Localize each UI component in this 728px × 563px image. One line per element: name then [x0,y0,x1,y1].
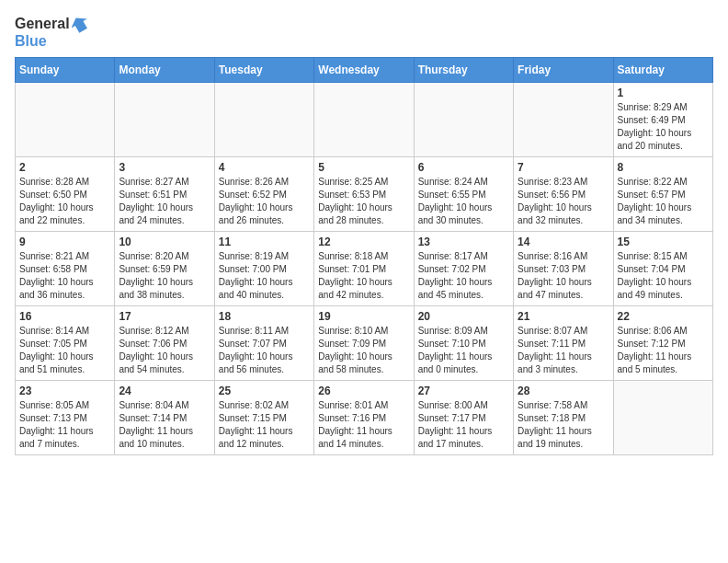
day-of-week-header: Sunday [16,58,115,83]
day-of-week-header: Tuesday [214,58,313,83]
day-info: Sunrise: 8:07 AM Sunset: 7:11 PM Dayligh… [518,325,609,376]
day-of-week-header: Saturday [613,58,712,83]
header-row: SundayMondayTuesdayWednesdayThursdayFrid… [16,58,713,83]
calendar-week-row: 16Sunrise: 8:14 AM Sunset: 7:05 PM Dayli… [16,306,713,381]
page-header: General Blue [15,15,713,50]
calendar-cell: 20Sunrise: 8:09 AM Sunset: 7:10 PM Dayli… [414,306,513,381]
calendar-cell: 9Sunrise: 8:21 AM Sunset: 6:58 PM Daylig… [16,232,115,306]
calendar-cell: 12Sunrise: 8:18 AM Sunset: 7:01 PM Dayli… [314,232,414,306]
calendar-cell: 24Sunrise: 8:04 AM Sunset: 7:14 PM Dayli… [115,381,214,455]
day-info: Sunrise: 8:00 AM Sunset: 7:17 PM Dayligh… [418,399,509,451]
day-number: 16 [19,310,110,323]
day-info: Sunrise: 8:29 AM Sunset: 6:49 PM Dayligh… [618,101,709,153]
day-info: Sunrise: 8:11 AM Sunset: 7:07 PM Dayligh… [219,325,310,376]
day-number: 10 [119,236,210,248]
day-number: 20 [418,310,509,323]
calendar-week-row: 23Sunrise: 8:05 AM Sunset: 7:13 PM Dayli… [16,381,713,455]
day-number: 5 [318,161,409,174]
logo-text-blue: Blue [15,33,47,50]
day-info: Sunrise: 8:23 AM Sunset: 6:56 PM Dayligh… [518,176,609,227]
day-info: Sunrise: 8:19 AM Sunset: 7:00 PM Dayligh… [219,250,310,302]
calendar-cell: 18Sunrise: 8:11 AM Sunset: 7:07 PM Dayli… [214,306,313,381]
day-number: 26 [318,385,409,397]
logo-text-general: General [15,16,70,32]
calendar-cell: 21Sunrise: 8:07 AM Sunset: 7:11 PM Dayli… [514,306,613,381]
day-info: Sunrise: 8:26 AM Sunset: 6:52 PM Dayligh… [219,176,310,227]
calendar-cell: 17Sunrise: 8:12 AM Sunset: 7:06 PM Dayli… [115,306,214,381]
day-info: Sunrise: 8:17 AM Sunset: 7:02 PM Dayligh… [418,250,509,302]
day-number: 18 [219,310,310,323]
day-info: Sunrise: 8:16 AM Sunset: 7:03 PM Dayligh… [518,250,609,302]
calendar-cell: 1Sunrise: 8:29 AM Sunset: 6:49 PM Daylig… [613,83,712,157]
day-number: 6 [418,161,509,174]
day-info: Sunrise: 8:01 AM Sunset: 7:16 PM Dayligh… [318,399,409,451]
calendar-cell: 10Sunrise: 8:20 AM Sunset: 6:59 PM Dayli… [115,232,214,306]
day-info: Sunrise: 8:05 AM Sunset: 7:13 PM Dayligh… [19,399,110,451]
calendar-cell: 14Sunrise: 8:16 AM Sunset: 7:03 PM Dayli… [514,232,613,306]
day-number: 12 [318,236,409,248]
day-info: Sunrise: 8:21 AM Sunset: 6:58 PM Dayligh… [19,250,110,302]
calendar-cell: 26Sunrise: 8:01 AM Sunset: 7:16 PM Dayli… [314,381,414,455]
day-info: Sunrise: 8:09 AM Sunset: 7:10 PM Dayligh… [418,325,509,376]
calendar-cell: 23Sunrise: 8:05 AM Sunset: 7:13 PM Dayli… [16,381,115,455]
day-info: Sunrise: 8:28 AM Sunset: 6:50 PM Dayligh… [19,176,110,227]
calendar-week-row: 9Sunrise: 8:21 AM Sunset: 6:58 PM Daylig… [16,232,713,306]
day-info: Sunrise: 8:18 AM Sunset: 7:01 PM Dayligh… [318,250,409,302]
day-info: Sunrise: 8:27 AM Sunset: 6:51 PM Dayligh… [119,176,210,227]
day-of-week-header: Wednesday [314,58,414,83]
day-number: 21 [518,310,609,323]
day-number: 19 [318,310,409,323]
day-of-week-header: Thursday [414,58,513,83]
day-number: 7 [518,161,609,174]
day-info: Sunrise: 8:15 AM Sunset: 7:04 PM Dayligh… [618,250,709,302]
calendar-week-row: 1Sunrise: 8:29 AM Sunset: 6:49 PM Daylig… [16,83,713,157]
calendar-header: SundayMondayTuesdayWednesdayThursdayFrid… [16,58,713,83]
day-number: 25 [219,385,310,397]
calendar-cell: 22Sunrise: 8:06 AM Sunset: 7:12 PM Dayli… [613,306,712,381]
calendar-cell: 5Sunrise: 8:25 AM Sunset: 6:53 PM Daylig… [314,157,414,232]
day-number: 2 [19,161,110,174]
day-info: Sunrise: 8:24 AM Sunset: 6:55 PM Dayligh… [418,176,509,227]
calendar-cell [613,381,712,455]
calendar-cell [414,83,513,157]
calendar-cell: 13Sunrise: 8:17 AM Sunset: 7:02 PM Dayli… [414,232,513,306]
calendar-cell: 25Sunrise: 8:02 AM Sunset: 7:15 PM Dayli… [214,381,313,455]
day-info: Sunrise: 8:10 AM Sunset: 7:09 PM Dayligh… [318,325,409,376]
day-number: 22 [618,310,709,323]
calendar-cell [115,83,214,157]
day-number: 28 [518,385,609,397]
calendar-cell: 6Sunrise: 8:24 AM Sunset: 6:55 PM Daylig… [414,157,513,232]
calendar-cell: 4Sunrise: 8:26 AM Sunset: 6:52 PM Daylig… [214,157,313,232]
day-number: 8 [618,161,709,174]
calendar-cell: 27Sunrise: 8:00 AM Sunset: 7:17 PM Dayli… [414,381,513,455]
day-of-week-header: Monday [115,58,214,83]
day-number: 17 [119,310,210,323]
day-number: 15 [618,236,709,248]
day-number: 23 [19,385,110,397]
calendar-week-row: 2Sunrise: 8:28 AM Sunset: 6:50 PM Daylig… [16,157,713,232]
day-info: Sunrise: 8:20 AM Sunset: 6:59 PM Dayligh… [119,250,210,302]
day-of-week-header: Friday [514,58,613,83]
calendar-cell: 28Sunrise: 7:58 AM Sunset: 7:18 PM Dayli… [514,381,613,455]
day-info: Sunrise: 8:06 AM Sunset: 7:12 PM Dayligh… [618,325,709,376]
day-number: 13 [418,236,509,248]
calendar-cell: 19Sunrise: 8:10 AM Sunset: 7:09 PM Dayli… [314,306,414,381]
day-number: 24 [119,385,210,397]
day-info: Sunrise: 8:14 AM Sunset: 7:05 PM Dayligh… [19,325,110,376]
day-info: Sunrise: 8:22 AM Sunset: 6:57 PM Dayligh… [618,176,709,227]
calendar-cell [214,83,313,157]
day-number: 14 [518,236,609,248]
day-number: 9 [19,236,110,248]
day-number: 11 [219,236,310,248]
day-number: 1 [618,86,709,99]
day-number: 4 [219,161,310,174]
calendar-cell: 15Sunrise: 8:15 AM Sunset: 7:04 PM Dayli… [613,232,712,306]
day-info: Sunrise: 8:12 AM Sunset: 7:06 PM Dayligh… [119,325,210,376]
calendar-cell: 11Sunrise: 8:19 AM Sunset: 7:00 PM Dayli… [214,232,313,306]
calendar-cell: 2Sunrise: 8:28 AM Sunset: 6:50 PM Daylig… [16,157,115,232]
calendar-cell: 8Sunrise: 8:22 AM Sunset: 6:57 PM Daylig… [613,157,712,232]
day-number: 27 [418,385,509,397]
calendar-body: 1Sunrise: 8:29 AM Sunset: 6:49 PM Daylig… [16,83,713,455]
svg-marker-0 [72,15,90,33]
day-number: 3 [119,161,210,174]
